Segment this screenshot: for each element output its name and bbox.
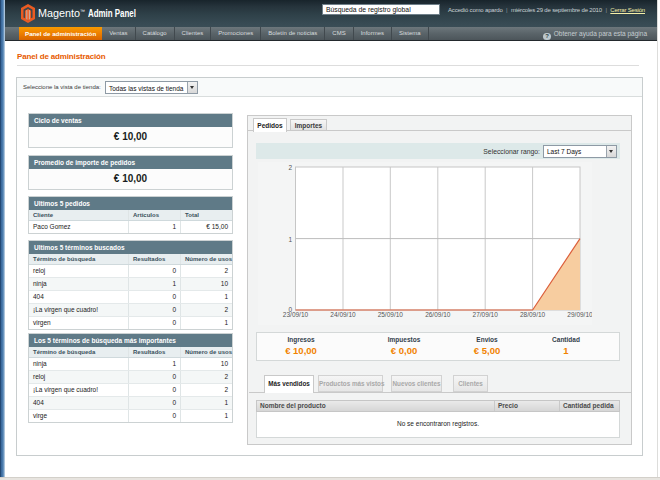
svg-text:28/09/10: 28/09/10 [520, 311, 546, 318]
svg-text:2: 2 [288, 164, 292, 171]
svg-text:1: 1 [288, 236, 292, 243]
svg-text:25/09/10: 25/09/10 [378, 311, 404, 318]
svg-text:29/09/10: 29/09/10 [567, 311, 592, 318]
svg-text:24/09/10: 24/09/10 [330, 311, 356, 318]
svg-text:27/09/10: 27/09/10 [473, 311, 499, 318]
svg-text:23/09/10: 23/09/10 [283, 311, 309, 318]
svg-text:26/09/10: 26/09/10 [425, 311, 451, 318]
